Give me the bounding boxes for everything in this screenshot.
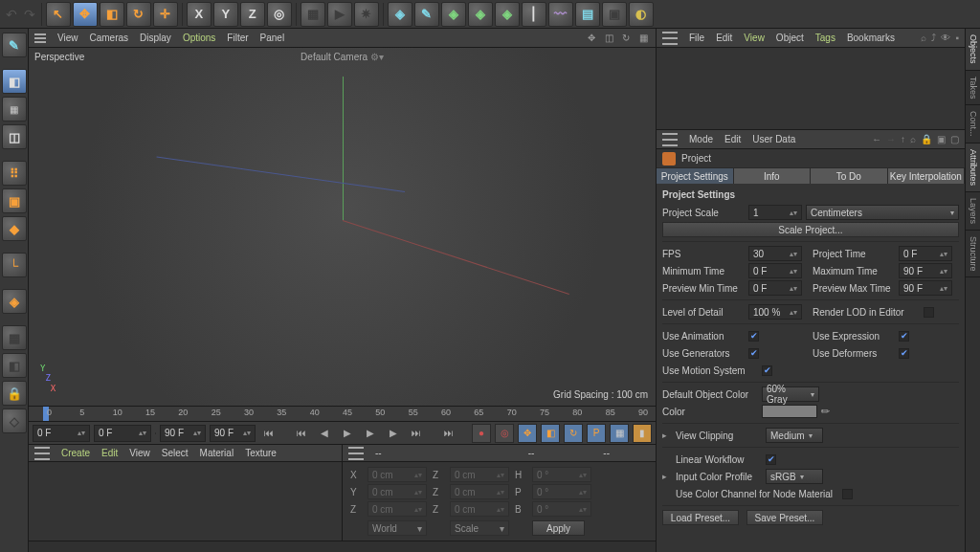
tab-project-settings[interactable]: Project Settings: [657, 168, 734, 184]
add-generator[interactable]: ◈: [441, 2, 466, 27]
linear-wf-checkbox[interactable]: [766, 454, 776, 465]
load-preset-button[interactable]: Load Preset...: [662, 510, 739, 525]
timeline-ruler[interactable]: 051015202530354045505560657075808590: [29, 407, 656, 422]
viewport-menu-icon[interactable]: [34, 33, 46, 43]
add-deformer[interactable]: 〰: [548, 2, 573, 27]
edges-mode[interactable]: ▣: [2, 188, 27, 213]
key-scale[interactable]: ◧: [541, 424, 560, 443]
vp-zoom-icon[interactable]: ◫: [602, 32, 615, 45]
size-y-field[interactable]: 0 cm▴▾: [450, 484, 509, 499]
key-param[interactable]: P: [587, 424, 606, 443]
key-pos[interactable]: ✥: [518, 424, 537, 443]
am-locate-icon[interactable]: ⌕: [910, 134, 916, 144]
add-spline[interactable]: ✎: [414, 2, 439, 27]
add-cloner[interactable]: ◈: [468, 2, 493, 27]
icp-expand[interactable]: ▸: [662, 472, 672, 481]
tab-key-interp[interactable]: Key Interpolation: [888, 168, 966, 184]
frame-end-field[interactable]: 90 F▴▾: [210, 425, 256, 442]
project-time-field[interactable]: 0 F▴▾: [899, 246, 952, 261]
play-forward[interactable]: ▶: [361, 424, 380, 443]
om-file[interactable]: File: [689, 33, 704, 43]
scale-tool[interactable]: ◧: [100, 2, 124, 27]
tab-todo[interactable]: To Do: [811, 168, 888, 184]
pmax-field[interactable]: 90 F▴▾: [899, 280, 952, 296]
mm-edit[interactable]: Edit: [101, 448, 118, 458]
perspective-viewport[interactable]: Perspective Default Camera ⚙︎▾ Y Z X Gri…: [29, 48, 656, 407]
menu-display[interactable]: Display: [140, 33, 171, 43]
play-backward[interactable]: ▶: [338, 424, 357, 443]
om-object[interactable]: Object: [776, 33, 804, 43]
material-menu-icon[interactable]: [34, 447, 50, 460]
redo-button[interactable]: ↷: [22, 7, 37, 22]
coord-world-select[interactable]: World▾: [368, 520, 427, 536]
autokey[interactable]: ◎: [495, 424, 514, 443]
am-new-icon[interactable]: ▣: [937, 134, 946, 144]
snap-toggle[interactable]: ▦: [2, 325, 27, 350]
view-clip-select[interactable]: Medium▾: [766, 428, 823, 443]
coord-scale-select[interactable]: Scale▾: [450, 520, 509, 536]
add-environment[interactable]: ▤: [575, 2, 600, 27]
am-menu-icon[interactable]: [662, 133, 678, 146]
am-mode[interactable]: Mode: [689, 134, 713, 144]
rot-p-field[interactable]: 0 °▴▾: [532, 484, 591, 499]
key-rot[interactable]: ↻: [564, 424, 583, 443]
locked-workplane[interactable]: 🔒: [2, 381, 27, 406]
z-axis-lock[interactable]: Z: [240, 2, 265, 27]
rotate-tool[interactable]: ↻: [126, 2, 151, 27]
save-preset-button[interactable]: Save Preset...: [746, 510, 823, 525]
select-tool[interactable]: ↖: [46, 2, 71, 27]
add-camera[interactable]: ▣: [602, 2, 627, 27]
add-primitive[interactable]: ◈: [388, 2, 412, 27]
frame-start-field[interactable]: 0 F▴▾: [33, 425, 90, 442]
preview-from-field[interactable]: 0 F▴▾: [94, 425, 151, 442]
mm-view[interactable]: View: [129, 448, 150, 458]
undo-button[interactable]: ↶: [4, 7, 19, 22]
rot-h-field[interactable]: 0 °▴▾: [532, 467, 591, 482]
object-manager-area[interactable]: [657, 48, 965, 130]
am-edit[interactable]: Edit: [724, 134, 741, 144]
workplane[interactable]: ◧: [2, 353, 27, 378]
menu-view[interactable]: View: [57, 33, 78, 43]
mm-material[interactable]: Material: [200, 448, 234, 458]
render-view[interactable]: ▦: [301, 2, 325, 27]
texture-mode[interactable]: ▦: [2, 97, 27, 121]
polygons-mode[interactable]: ◆: [2, 216, 27, 241]
use-anim-checkbox[interactable]: [748, 331, 759, 342]
eyedropper-icon[interactable]: ✎: [818, 404, 834, 419]
pos-y-field[interactable]: 0 cm▴▾: [368, 484, 427, 499]
coord-system-toggle[interactable]: ◎: [267, 2, 292, 27]
tab-info[interactable]: Info: [734, 168, 812, 184]
am-fwd-icon[interactable]: →: [886, 134, 896, 144]
pos-x-field[interactable]: 0 cm▴▾: [368, 467, 427, 482]
goto-start[interactable]: ⏮: [259, 424, 278, 443]
am-userdata[interactable]: User Data: [752, 134, 795, 144]
vp-layout-icon[interactable]: ▦: [636, 32, 650, 45]
menu-filter[interactable]: Filter: [227, 33, 248, 43]
rtab-structure[interactable]: Structure: [966, 231, 980, 278]
rtab-layers[interactable]: Layers: [966, 192, 980, 231]
use-def-checkbox[interactable]: [899, 348, 909, 359]
om-search-icon[interactable]: ⌕: [921, 33, 926, 43]
color-swatch[interactable]: [762, 405, 817, 418]
coord-menu-icon[interactable]: [348, 447, 364, 460]
next-key[interactable]: ⏭: [407, 424, 426, 443]
pos-z-field[interactable]: 0 cm▴▾: [368, 501, 427, 517]
lod-field[interactable]: 100 %▴▾: [748, 304, 802, 320]
rtab-takes[interactable]: Takes: [966, 71, 980, 106]
use-cc-checkbox[interactable]: [842, 489, 853, 499]
use-mot-checkbox[interactable]: [762, 365, 772, 376]
menu-panel[interactable]: Panel: [260, 33, 285, 43]
prev-key[interactable]: ⏮: [292, 424, 311, 443]
size-x-field[interactable]: 0 cm▴▾: [450, 467, 509, 482]
am-back-icon[interactable]: ←: [872, 134, 881, 144]
viewport-camera-label[interactable]: Default Camera ⚙︎▾: [301, 52, 384, 62]
min-time-field[interactable]: 0 F▴▾: [748, 263, 802, 278]
rtab-objects[interactable]: Objects: [966, 29, 980, 71]
size-z-field[interactable]: 0 cm▴▾: [450, 501, 509, 517]
om-edit[interactable]: Edit: [716, 33, 732, 43]
rtab-attributes[interactable]: Attributes: [966, 144, 980, 192]
prev-frame[interactable]: ◀: [315, 424, 334, 443]
model-mode[interactable]: ◧: [2, 69, 27, 94]
mm-create[interactable]: Create: [61, 448, 90, 458]
menu-cameras[interactable]: Cameras: [90, 33, 129, 43]
